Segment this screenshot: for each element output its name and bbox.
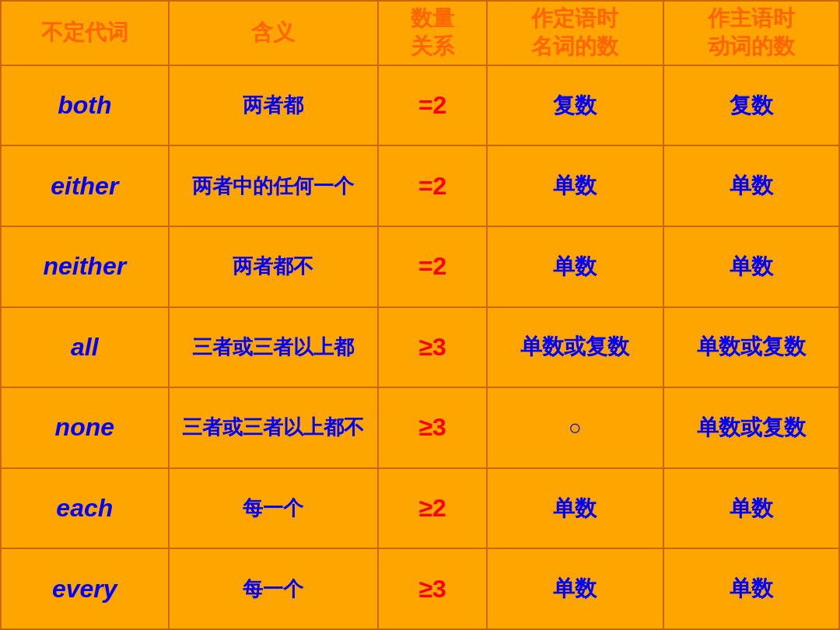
cell-pronoun: all	[1, 307, 169, 388]
cell-quantity: =2	[378, 226, 487, 307]
cell-quantity: =2	[378, 145, 487, 226]
cell-pronoun: both	[1, 65, 169, 146]
table-row: all三者或三者以上都≥3单数或复数单数或复数	[1, 307, 839, 388]
header-pronoun: 不定代词	[1, 1, 169, 65]
cell-noun-num: 单数或复数	[487, 307, 663, 388]
cell-pronoun: neither	[1, 226, 169, 307]
cell-noun-num: 单数	[487, 468, 663, 549]
cell-quantity: ≥2	[378, 468, 487, 549]
header-row: 不定代词 含义 数量 关系 作定语时 名词的数 作主语时 动词的数	[1, 1, 839, 65]
cell-pronoun: every	[1, 548, 169, 629]
cell-verb-num: 单数	[663, 145, 839, 226]
cell-noun-num: 单数	[487, 145, 663, 226]
table-row: either两者中的任何一个=2单数单数	[1, 145, 839, 226]
cell-pronoun: each	[1, 468, 169, 549]
cell-noun-num: 单数	[487, 548, 663, 629]
table-row: each每一个≥2单数单数	[1, 468, 839, 549]
table-row: both两者都=2复数复数	[1, 65, 839, 146]
cell-quantity: ≥3	[378, 387, 487, 468]
cell-verb-num: 单数	[663, 548, 839, 629]
cell-noun-num: ○	[487, 387, 663, 468]
header-quantity: 数量 关系	[378, 1, 487, 65]
cell-noun-num: 单数	[487, 226, 663, 307]
cell-verb-num: 单数或复数	[663, 307, 839, 388]
cell-quantity: ≥3	[378, 548, 487, 629]
cell-meaning: 三者或三者以上都不	[169, 387, 379, 468]
cell-verb-num: 复数	[663, 65, 839, 146]
cell-quantity: =2	[378, 65, 487, 146]
cell-meaning: 三者或三者以上都	[169, 307, 379, 388]
cell-verb-num: 单数	[663, 468, 839, 549]
table-container: 不定代词 含义 数量 关系 作定语时 名词的数 作主语时 动词的数	[0, 0, 840, 630]
cell-meaning: 每一个	[169, 468, 379, 549]
main-table: 不定代词 含义 数量 关系 作定语时 名词的数 作主语时 动词的数	[0, 0, 840, 630]
cell-pronoun: either	[1, 145, 169, 226]
header-verb-num: 作主语时 动词的数	[663, 1, 839, 65]
cell-quantity: ≥3	[378, 307, 487, 388]
cell-meaning: 两者中的任何一个	[169, 145, 379, 226]
cell-noun-num: 复数	[487, 65, 663, 146]
cell-meaning: 两者都	[169, 65, 379, 146]
table-row: none三者或三者以上都不≥3○单数或复数	[1, 387, 839, 468]
table-row: every每一个≥3单数单数	[1, 548, 839, 629]
table-row: neither两者都不=2单数单数	[1, 226, 839, 307]
cell-verb-num: 单数	[663, 226, 839, 307]
header-noun-num: 作定语时 名词的数	[487, 1, 663, 65]
cell-meaning: 每一个	[169, 548, 379, 629]
cell-pronoun: none	[1, 387, 169, 468]
cell-meaning: 两者都不	[169, 226, 379, 307]
header-meaning: 含义	[169, 1, 379, 65]
cell-verb-num: 单数或复数	[663, 387, 839, 468]
